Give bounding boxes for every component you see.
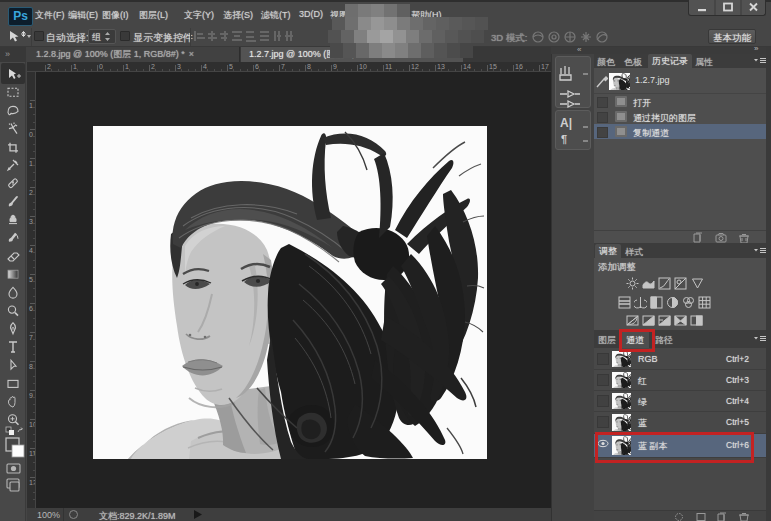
svg-text:¶: ¶ xyxy=(561,133,567,145)
svg-text:A|: A| xyxy=(560,116,572,130)
